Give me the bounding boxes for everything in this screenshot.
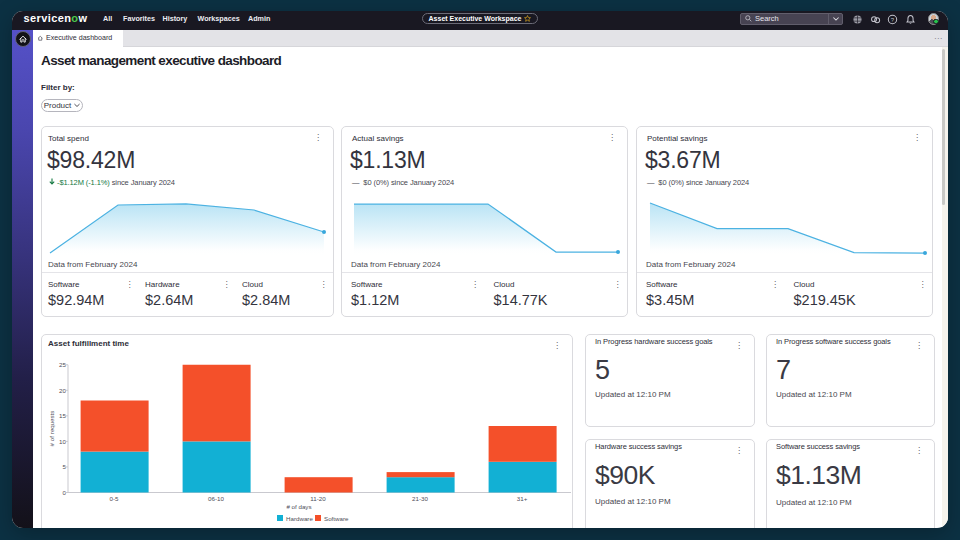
- svg-text:31+: 31+: [517, 495, 528, 502]
- svg-text:# of days: # of days: [286, 503, 311, 510]
- svg-text:06-10: 06-10: [208, 495, 224, 502]
- svg-text:21-30: 21-30: [412, 495, 428, 502]
- svg-text:# of requests: # of requests: [48, 410, 55, 446]
- svg-text:Hardware: Hardware: [286, 514, 313, 521]
- svg-text:11-20: 11-20: [310, 495, 326, 502]
- svg-text:?: ?: [891, 16, 895, 22]
- svg-text:0-5: 0-5: [110, 495, 120, 502]
- svg-text:Software: Software: [324, 514, 349, 521]
